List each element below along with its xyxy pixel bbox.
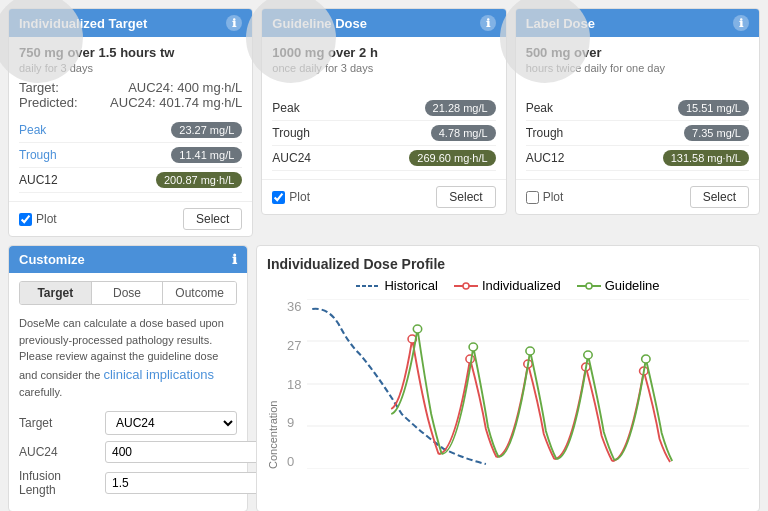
trough-value-lbl: 7.35 mg/L — [684, 125, 749, 141]
legend-guideline: Guideline — [577, 278, 660, 293]
plot-check-guide[interactable] — [272, 191, 285, 204]
guideline-dose-info-icon[interactable]: ℹ — [480, 15, 496, 31]
legend-individualized-label: Individualized — [482, 278, 561, 293]
predicted-value: AUC24: 401.74 mg·h/L — [110, 95, 242, 110]
auc-value-lbl: 131.58 mg·h/L — [663, 150, 749, 166]
trough-value-ind: 11.41 mg/L — [171, 147, 242, 163]
chart-legend: Historical Individualized Guideline — [267, 278, 749, 293]
metric-row-trough-label: Trough 7.35 mg/L — [526, 121, 749, 146]
form-row-infusion: Infusion Length hours — [19, 469, 237, 497]
select-button-guide[interactable]: Select — [436, 186, 495, 208]
auc24-field-label: AUC24 — [19, 445, 99, 459]
plot-checkbox-ind[interactable]: Plot — [19, 212, 57, 226]
metric-row-auc-label: AUC12 131.58 mg·h/L — [526, 146, 749, 171]
individualized-target-body: 750 mg over 1.5 hours tw daily for 3 day… — [9, 37, 252, 201]
label-dose-main: 500 mg over — [526, 45, 749, 60]
individualized-target-title: Individualized Target — [19, 16, 147, 31]
peak-value-ind: 23.27 mg/L — [171, 122, 242, 138]
customize-description: DoseMe can calculate a dose based upon p… — [19, 315, 237, 401]
svg-point-2 — [463, 283, 469, 289]
individualized-footer: Plot Select — [9, 201, 252, 236]
individualized-metrics: Peak 23.27 mg/L Trough 11.41 mg/L AUC12 … — [19, 118, 242, 193]
individualized-dose-sub: daily for 3 days — [19, 62, 242, 74]
guideline-legend-icon — [577, 281, 601, 291]
label-dose-sub: hours twice daily for one day — [526, 62, 749, 74]
customize-body: Target Dose Outcome DoseMe can calculate… — [9, 273, 247, 511]
metric-row-trough-guide: Trough 4.78 mg/L — [272, 121, 495, 146]
guideline-dose-card-wrapper: Guideline Dose ℹ 1000 mg over 2 h once d… — [261, 8, 506, 237]
legend-historical: Historical — [356, 278, 437, 293]
svg-point-17 — [526, 347, 534, 355]
tab-target[interactable]: Target — [20, 282, 92, 304]
trough-label-ind: Trough — [19, 148, 57, 162]
auc24-field-input[interactable] — [105, 441, 269, 463]
select-button-ind[interactable]: Select — [183, 208, 242, 230]
target-label: Target: — [19, 80, 59, 95]
guideline-dose-title: Guideline Dose — [272, 16, 367, 31]
target-field-label: Target — [19, 416, 99, 430]
auc-label-ind: AUC12 — [19, 173, 58, 187]
guideline-dose-body: 1000 mg over 2 h once daily for 3 days P… — [262, 37, 505, 179]
auc-label-guide: AUC24 — [272, 151, 311, 165]
plot-checkbox-lbl[interactable]: Plot — [526, 190, 564, 204]
chart-svg — [307, 299, 749, 469]
guideline-dose-sub: once daily for 3 days — [272, 62, 495, 74]
metric-row-auc-guide: AUC24 269.60 mg·h/L — [272, 146, 495, 171]
trough-label-lbl: Trough — [526, 126, 564, 140]
metric-row-peak-ind: Peak 23.27 mg/L — [19, 118, 242, 143]
legend-historical-label: Historical — [384, 278, 437, 293]
individualized-legend-icon — [454, 281, 478, 291]
individualized-target-info-icon[interactable]: ℹ — [226, 15, 242, 31]
individualized-target-card-wrapper: Individualized Target ℹ 750 mg over 1.5 … — [8, 8, 253, 237]
individualized-target-header: Individualized Target ℹ — [9, 9, 252, 37]
peak-label-guide: Peak — [272, 101, 299, 115]
form-row-auc24: AUC24 mg·h/L — [19, 441, 237, 463]
trough-value-guide: 4.78 mg/L — [431, 125, 496, 141]
target-field-select[interactable]: AUC24 Cmax Cmin — [105, 411, 237, 435]
guideline-metrics: Peak 21.28 mg/L Trough 4.78 mg/L AUC24 2… — [272, 96, 495, 171]
label-dose-info-icon[interactable]: ℹ — [733, 15, 749, 31]
peak-value-guide: 21.28 mg/L — [425, 100, 496, 116]
svg-point-4 — [586, 283, 592, 289]
select-button-lbl[interactable]: Select — [690, 186, 749, 208]
metric-row-peak-label: Peak 15.51 mg/L — [526, 96, 749, 121]
chart-area: Concentration 36 27 18 9 0 — [267, 299, 749, 469]
individualized-target-card: Individualized Target ℹ 750 mg over 1.5 … — [8, 8, 253, 237]
tab-outcome[interactable]: Outcome — [163, 282, 236, 304]
metric-row-trough-ind: Trough 11.41 mg/L — [19, 143, 242, 168]
predicted-label: Predicted: — [19, 95, 78, 110]
plot-checkbox-guide[interactable]: Plot — [272, 190, 310, 204]
auc-label-lbl: AUC12 — [526, 151, 565, 165]
metric-row-peak-guide: Peak 21.28 mg/L — [272, 96, 495, 121]
auc-value-guide: 269.60 mg·h/L — [409, 150, 495, 166]
svg-point-18 — [584, 351, 592, 359]
top-row: Individualized Target ℹ 750 mg over 1.5 … — [8, 8, 760, 237]
form-row-target: Target AUC24 Cmax Cmin — [19, 411, 237, 435]
svg-point-19 — [642, 355, 650, 363]
label-dose-header: Label Dose ℹ — [516, 9, 759, 37]
clinical-implications-link[interactable]: clinical implications — [103, 367, 214, 382]
label-dose-card: Label Dose ℹ 500 mg over hours twice dai… — [515, 8, 760, 215]
bottom-row: Customize ℹ Target Dose Outcome DoseMe c… — [8, 245, 760, 511]
y-axis-label: Concentration — [267, 299, 279, 469]
plot-check-lbl[interactable] — [526, 191, 539, 204]
tab-dose[interactable]: Dose — [92, 282, 164, 304]
label-dose-title: Label Dose — [526, 16, 595, 31]
peak-value-lbl: 15.51 mg/L — [678, 100, 749, 116]
customize-panel: Customize ℹ Target Dose Outcome DoseMe c… — [8, 245, 248, 511]
individualized-target-info: Target: AUC24: 400 mg·h/L Predicted: AUC… — [19, 80, 242, 110]
label-metrics: Peak 15.51 mg/L Trough 7.35 mg/L AUC12 1… — [526, 96, 749, 171]
customize-info-icon[interactable]: ℹ — [232, 252, 237, 267]
metric-row-auc-ind: AUC12 200.87 mg·h/L — [19, 168, 242, 193]
historical-legend-icon — [356, 281, 380, 291]
target-value: AUC24: 400 mg·h/L — [128, 80, 242, 95]
plot-check-ind[interactable] — [19, 213, 32, 226]
legend-individualized: Individualized — [454, 278, 561, 293]
y-labels: 36 27 18 9 0 — [283, 299, 307, 469]
svg-point-16 — [469, 343, 477, 351]
guideline-dose-header: Guideline Dose ℹ — [262, 9, 505, 37]
peak-label-ind: Peak — [19, 123, 46, 137]
label-footer: Plot Select — [516, 179, 759, 214]
peak-label-lbl: Peak — [526, 101, 553, 115]
infusion-field-input[interactable] — [105, 472, 269, 494]
